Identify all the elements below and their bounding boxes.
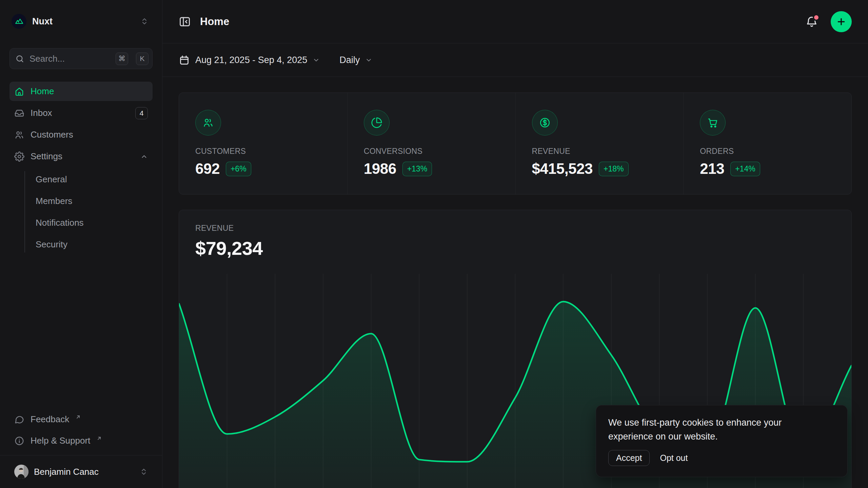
footer-item-label: Feedback [31, 414, 69, 425]
arrow-up-right-icon [96, 435, 102, 441]
sidebar-user-section: Benjamin Canac [0, 455, 162, 488]
page-header: Home [162, 0, 868, 43]
cookie-banner: We use first-party cookies to enhance yo… [596, 405, 848, 477]
opt-out-button[interactable]: Opt out [660, 453, 688, 463]
feedback-link[interactable]: Feedback [9, 410, 153, 429]
chevron-down-icon [365, 57, 372, 64]
search-placeholder: Search... [29, 54, 111, 64]
period-select[interactable]: Daily [339, 55, 372, 65]
stat-customers[interactable]: CUSTOMERS 692 +6% [179, 93, 347, 194]
sidebar-item-label: Customers [31, 129, 73, 140]
stat-value: 213 [700, 160, 724, 177]
info-circle-icon [14, 436, 24, 446]
stat-conversions[interactable]: CONVERSIONS 1986 +13% [347, 93, 515, 194]
stat-delta-badge: +14% [730, 162, 760, 176]
sidebar-item-settings[interactable]: Settings [9, 147, 153, 166]
chevron-down-icon [313, 57, 320, 64]
header-actions [805, 11, 852, 32]
stat-revenue[interactable]: REVENUE $415,523 +18% [515, 93, 684, 194]
stat-delta-badge: +13% [402, 162, 432, 176]
chevrons-up-down-icon [140, 17, 149, 25]
plus-icon [836, 17, 846, 27]
sidebar-item-label: Inbox [31, 108, 52, 118]
workspace-name: Nuxt [32, 16, 53, 27]
workspace-identity: Nuxt [12, 14, 53, 29]
panel-left-close-icon [179, 16, 191, 28]
add-button[interactable] [831, 11, 852, 32]
home-icon [14, 86, 24, 97]
sidebar-item-label: Home [31, 86, 54, 97]
users-icon [14, 130, 24, 140]
stat-value: $415,523 [532, 160, 593, 177]
user-menu-button[interactable]: Benjamin Canac [9, 461, 153, 483]
chevron-up-icon [140, 153, 148, 160]
help-support-link[interactable]: Help & Support [9, 431, 153, 450]
revenue-chart-header: REVENUE $79,234 [179, 210, 851, 259]
stats-card: CUSTOMERS 692 +6% CONVERSIONS 1986 +13% [179, 93, 852, 195]
submenu-label: Notifications [36, 218, 84, 228]
users-icon [195, 110, 221, 136]
sidebar: Nuxt Search... ⌘ K Home [0, 0, 162, 488]
footer-item-label: Help & Support [31, 435, 90, 446]
sidebar-item-inbox[interactable]: Inbox 4 [9, 103, 153, 123]
chevrons-up-down-icon [140, 468, 148, 476]
sidebar-footer: Feedback Help & Support [9, 410, 153, 450]
sidebar-item-label: Settings [31, 151, 62, 162]
user-name: Benjamin Canac [34, 467, 99, 477]
settings-submenu: General Members Notifications Security [9, 168, 153, 255]
cookie-actions: Accept Opt out [608, 450, 835, 466]
revenue-chart-label: REVENUE [195, 224, 835, 233]
calendar-icon [179, 55, 190, 66]
sidebar-spacer [0, 255, 162, 410]
sidebar-item-members[interactable]: Members [9, 190, 153, 212]
kbd-k: K [136, 53, 149, 65]
date-range-value: Aug 21, 2025 - Sep 4, 2025 [195, 55, 307, 65]
sidebar-item-notifications[interactable]: Notifications [9, 212, 153, 233]
stat-label: CONVERSIONS [364, 147, 499, 156]
stat-delta-badge: +18% [599, 162, 628, 176]
inbox-icon [14, 108, 24, 118]
sidebar-item-general[interactable]: General [9, 168, 153, 190]
cart-icon [700, 110, 726, 136]
dollar-circle-icon [532, 110, 558, 136]
search-input[interactable]: Search... ⌘ K [9, 48, 153, 69]
stat-label: REVENUE [532, 147, 667, 156]
workspace-switcher[interactable]: Nuxt [9, 12, 153, 31]
avatar [14, 465, 28, 479]
app-window: Nuxt Search... ⌘ K Home [0, 0, 868, 488]
notification-dot [813, 14, 820, 21]
submenu-label: Security [36, 239, 67, 250]
sidebar-item-security[interactable]: Security [9, 233, 153, 255]
chat-bubble-icon [14, 414, 24, 425]
search-icon [15, 54, 24, 63]
stat-value: 1986 [364, 160, 396, 177]
stat-label: ORDERS [700, 147, 835, 156]
accept-button[interactable]: Accept [608, 450, 650, 466]
notifications-button[interactable] [805, 15, 818, 28]
period-value: Daily [339, 55, 360, 65]
stat-value: 692 [195, 160, 220, 177]
inbox-count-badge: 4 [135, 107, 148, 119]
submenu-label: Members [36, 196, 72, 206]
sidebar-item-customers[interactable]: Customers [9, 125, 153, 144]
pie-chart-icon [364, 110, 390, 136]
kbd-cmd: ⌘ [116, 53, 128, 65]
date-range-picker[interactable]: Aug 21, 2025 - Sep 4, 2025 [179, 55, 320, 66]
stat-orders[interactable]: ORDERS 213 +14% [683, 93, 851, 194]
sidebar-item-home[interactable]: Home [9, 82, 153, 101]
gear-icon [14, 151, 24, 162]
stat-delta-badge: +6% [226, 162, 251, 176]
cookie-message: We use first-party cookies to enhance yo… [608, 416, 829, 444]
revenue-chart-value: $79,234 [195, 237, 835, 259]
nuxt-logo-icon [12, 14, 26, 29]
sidebar-nav: Home Inbox 4 Customers Settings [9, 82, 153, 255]
page-title: Home [200, 16, 229, 28]
submenu-label: General [36, 174, 67, 185]
collapse-sidebar-button[interactable] [179, 16, 191, 28]
arrow-up-right-icon [75, 414, 81, 420]
stat-label: CUSTOMERS [195, 147, 331, 156]
filters-toolbar: Aug 21, 2025 - Sep 4, 2025 Daily [162, 43, 868, 77]
